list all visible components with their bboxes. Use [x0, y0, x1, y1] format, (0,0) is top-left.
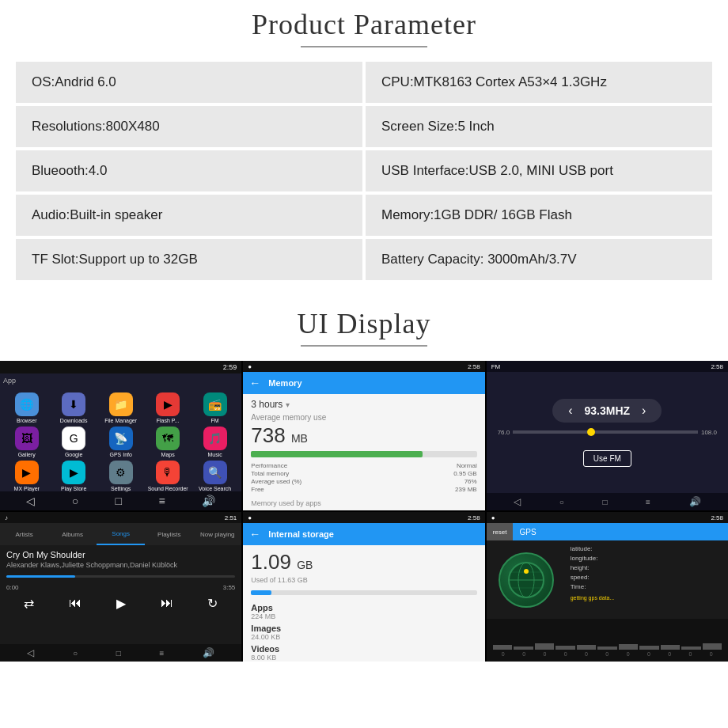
app-item-playstore[interactable]: ▶ Play Store — [51, 461, 95, 491]
fm-frequency: 93.3MHZ — [585, 404, 631, 417]
app-item-flash[interactable]: ▶ Flash P... — [146, 392, 189, 423]
memory-unit: MB — [291, 432, 308, 445]
gps-num-0-4: 0 — [564, 651, 567, 657]
stat-row-free: Free 239 MB — [251, 486, 476, 493]
app-item-voice[interactable]: 🔍 Voice Search — [193, 461, 237, 491]
playstore-label: Play Store — [61, 486, 86, 491]
music-back-nav[interactable]: ◁ — [27, 647, 34, 658]
google-icon: G — [62, 427, 85, 450]
app-section-label: App — [0, 373, 241, 385]
app-item-fm[interactable]: 📻 FM — [193, 392, 237, 423]
mem-statusbar: ● 2:58 — [243, 361, 484, 372]
music-tabs: Artists Albums Songs Playlists Now playi… — [0, 523, 241, 545]
music-progress-bar[interactable] — [6, 575, 235, 578]
fm-home-nav[interactable]: ○ — [559, 498, 564, 506]
tab-playlists[interactable]: Playlists — [145, 531, 193, 538]
fm-vol-nav[interactable]: 🔊 — [689, 496, 701, 507]
gps-notif: ● — [491, 514, 495, 521]
gps-num-0-6: 0 — [605, 651, 609, 657]
memory-stats: Performance Normal Total memory 0.95 GB … — [251, 462, 476, 493]
music-recent-nav[interactable]: □ — [116, 649, 121, 658]
param-row: Audio:Built-in speakerMemory:1GB DDR/ 16… — [16, 193, 712, 237]
music-menu-nav[interactable]: ≡ — [159, 649, 164, 658]
gps-bar-1 — [493, 645, 512, 650]
total-value: 0.95 GB — [453, 470, 476, 477]
screenshot-apps: 2:59 App 🌐 Browser ⬇ Downloads 📁 File Ma… — [0, 361, 241, 510]
param-table: OS:Andrid 6.0CPU:MTK8163 Cortex A53×4 1.… — [16, 62, 712, 283]
app-item-settings[interactable]: ⚙ Settings — [99, 461, 142, 491]
param-cell-left: Resolutions:800X480 — [16, 104, 364, 149]
tab-songs[interactable]: Songs — [97, 523, 145, 545]
gps-num-0-9: 0 — [668, 651, 671, 657]
tab-nowplaying[interactable]: Now playing — [193, 531, 241, 538]
mxplayer-icon: ▶ — [15, 461, 39, 484]
music-shuffle-btn[interactable]: ⇄ — [24, 596, 34, 611]
downloads-icon: ⬇ — [62, 392, 85, 416]
gps-num-0-2: 0 — [522, 651, 525, 657]
music-next-btn[interactable]: ⏭ — [161, 596, 173, 611]
music-repeat-btn[interactable]: ↻ — [207, 596, 218, 611]
perf-label: Performance — [251, 462, 287, 469]
music-home-nav[interactable]: ○ — [73, 649, 78, 658]
music-controls: ⇄ ⏮ ▶ ⏭ ↻ — [6, 596, 235, 611]
app-item-mxplayer[interactable]: ▶ MX Player — [5, 461, 48, 491]
menu-btn[interactable]: ≡ — [158, 495, 165, 507]
maps-icon: 🗺 — [156, 427, 180, 450]
back-btn[interactable]: ◁ — [26, 495, 35, 507]
fm-next-btn[interactable]: › — [642, 404, 646, 418]
music-statusbar: ♪ 2:51 — [0, 512, 241, 523]
param-row: OS:Andrid 6.0CPU:MTK8163 Cortex A53×4 1.… — [16, 62, 712, 104]
title-underline — [301, 46, 427, 47]
app-item-music[interactable]: 🎵 Music — [193, 427, 237, 457]
song-title: Cry On My Shoulder — [6, 550, 235, 559]
gps-signal-bars — [490, 622, 725, 650]
browser-label: Browser — [17, 418, 37, 423]
app-item-downloads[interactable]: ⬇ Downloads — [51, 392, 95, 423]
music-bottom-bar: ◁ ○ □ ≡ 🔊 — [0, 644, 241, 662]
param-cell-left: Audio:Built-in speaker — [16, 193, 364, 237]
fm-time: 2:58 — [711, 363, 723, 370]
app-item-google[interactable]: G Google — [51, 427, 95, 457]
tab-albums[interactable]: Albums — [48, 531, 97, 538]
storage-cat-videos: Videos 8.00 KB — [251, 644, 476, 662]
fm-back-nav[interactable]: ◁ — [514, 496, 521, 507]
param-cell-right: Memory:1GB DDR/ 16GB Flash — [364, 193, 712, 237]
music-prev-btn[interactable]: ⏮ — [69, 596, 82, 611]
downloads-label: Downloads — [60, 418, 88, 423]
mem-notif-dot: ● — [248, 363, 252, 370]
song-artist: Alexander Klaws,Juliette Schoppmann,Dani… — [6, 561, 235, 569]
fm-prev-btn[interactable]: ‹ — [568, 404, 572, 418]
music-play-btn[interactable]: ▶ — [116, 596, 126, 611]
app-item-maps[interactable]: 🗺 Maps — [146, 427, 189, 457]
recent-btn[interactable]: □ — [116, 495, 122, 507]
app-item-gps[interactable]: 📡 GPS Info — [99, 427, 142, 457]
gps-bar-11 — [703, 643, 722, 650]
app-item-browser[interactable]: 🌐 Browser — [5, 392, 48, 423]
gps-reset-button[interactable]: reset — [487, 523, 514, 540]
fm-use-button[interactable]: Use FM — [583, 450, 631, 467]
app-item-recorder[interactable]: 🎙 Sound Recorder — [146, 461, 189, 491]
param-cell-right: USB Interface:USB 2.0, MINI USB port — [364, 149, 712, 193]
storage-content: 1.09 GB Used of 11.63 GB Apps 224 MB Ima… — [243, 545, 484, 662]
mem-back-icon[interactable]: ← — [249, 377, 260, 389]
storage-bar-container — [251, 590, 476, 595]
storage-cat-images: Images 24.00 KB — [251, 624, 476, 641]
storage-back-icon[interactable]: ← — [249, 528, 260, 540]
gps-bar-6 — [597, 646, 616, 650]
fm-recent-nav[interactable]: □ — [602, 498, 607, 506]
vol-btn[interactable]: 🔊 — [202, 495, 215, 507]
fm-menu-nav[interactable]: ≡ — [646, 498, 650, 506]
app-item-files[interactable]: 📁 File Manager — [99, 392, 142, 423]
gps-bar-2 — [514, 646, 533, 650]
home-btn[interactable]: ○ — [72, 495, 78, 507]
gps-num-0-5: 0 — [585, 651, 588, 657]
gps-num-0-7: 0 — [627, 651, 630, 657]
fm-tuner: ‹ 93.3MHZ › — [552, 399, 662, 423]
music-vol-nav[interactable]: 🔊 — [203, 647, 214, 658]
app-item-gallery[interactable]: 🖼 Gallery — [5, 427, 48, 457]
stat-row-total: Total memory 0.95 GB — [251, 470, 476, 477]
tab-artists[interactable]: Artists — [0, 531, 48, 538]
gps-time-field: Time: — [571, 583, 723, 590]
avg-value: 76% — [464, 478, 477, 485]
music-current-time: 0:00 — [6, 584, 19, 591]
